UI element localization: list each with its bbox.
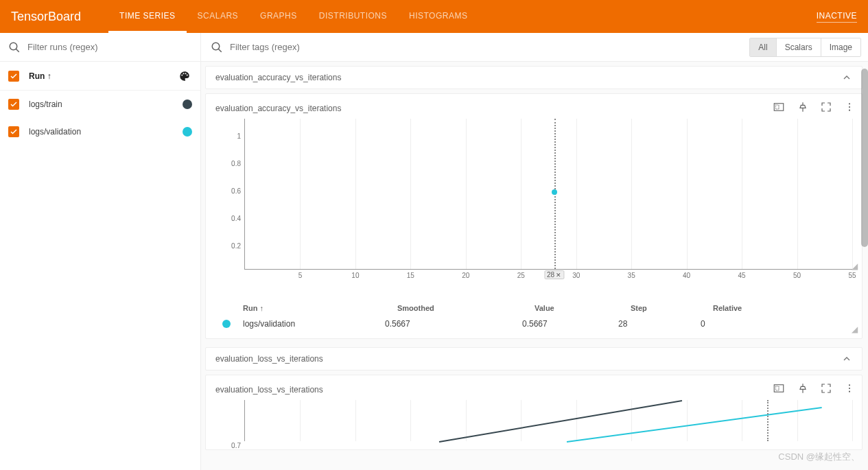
- svg-point-3: [183, 73, 185, 74]
- svg-point-15: [849, 384, 850, 386]
- filter-tags-input[interactable]: [230, 42, 749, 52]
- tab-scalars[interactable]: SCALARS: [187, 0, 250, 33]
- chart-line: [567, 407, 822, 443]
- fullscreen-icon[interactable]: [773, 382, 785, 395]
- run-sort-header[interactable]: Run ↑: [25, 71, 178, 81]
- legend-value: 0.5667: [522, 319, 618, 329]
- legend-smoothed: 0.5667: [385, 319, 522, 329]
- svg-point-11: [849, 106, 850, 108]
- section-header-loss[interactable]: evaluation_loss_vs_iterations: [205, 347, 863, 371]
- cursor-badge[interactable]: 28 ✕: [544, 270, 564, 279]
- x-tick-label: 30: [572, 272, 580, 279]
- y-tick-label: 0.8: [231, 160, 241, 167]
- chevron-up-icon: [841, 353, 852, 364]
- filter-runs-input[interactable]: [27, 42, 192, 52]
- legend-row[interactable]: logs/validation 0.5667 0.5667 28 0: [215, 316, 852, 331]
- legend-run-name: logs/validation: [243, 319, 385, 329]
- run-color-dot[interactable]: [183, 99, 192, 109]
- resize-handle-icon[interactable]: ◢: [852, 325, 858, 334]
- tab-time-series[interactable]: TIME SERIES: [108, 0, 187, 33]
- app-logo: TensorBoard: [11, 10, 81, 24]
- resize-handle-icon[interactable]: ◢: [852, 261, 858, 271]
- legend-step: 28: [618, 319, 701, 329]
- tab-distributions[interactable]: DISTRIBUTIONS: [308, 0, 398, 33]
- chart-line: [439, 400, 682, 443]
- x-tick-label: 35: [628, 272, 635, 279]
- section-title: evaluation_loss_vs_iterations: [215, 354, 323, 364]
- search-icon: [8, 41, 21, 54]
- fit-icon[interactable]: [821, 383, 832, 394]
- x-tick-label: 10: [351, 272, 359, 279]
- svg-point-17: [849, 391, 850, 392]
- legend-color-dot: [222, 320, 231, 328]
- search-icon: [211, 41, 223, 54]
- run-checkbox[interactable]: [8, 99, 19, 110]
- svg-rect-14: [776, 386, 779, 390]
- svg-point-0: [10, 43, 17, 50]
- svg-point-5: [187, 74, 188, 75]
- chevron-up-icon: [841, 72, 852, 83]
- run-row-train[interactable]: logs/train: [0, 91, 200, 118]
- section-header-accuracy[interactable]: evaluation_accuracy_vs_iterations: [205, 66, 863, 89]
- app-header: TensorBoard TIME SERIES SCALARS GRAPHS D…: [0, 0, 868, 33]
- y-tick-label: 0.4: [231, 215, 241, 222]
- select-all-checkbox[interactable]: [8, 71, 19, 82]
- nav-tabs: TIME SERIES SCALARS GRAPHS DISTRIBUTIONS…: [108, 0, 478, 33]
- svg-point-2: [181, 74, 183, 75]
- cards-scroll[interactable]: evaluation_accuracy_vs_iterations evalua…: [201, 62, 868, 470]
- legend-col-value[interactable]: Value: [535, 304, 631, 312]
- pill-scalars[interactable]: Scalars: [776, 38, 821, 56]
- main-panel: All Scalars Image evaluation_accuracy_vs…: [201, 33, 868, 470]
- x-tick-label: 45: [738, 272, 746, 279]
- scrollbar[interactable]: [861, 69, 868, 247]
- run-name: logs/train: [25, 99, 183, 109]
- chart-area[interactable]: 0.7: [244, 400, 852, 441]
- chart-legend: Run ↑ Smoothed Value Step Relative logs/…: [215, 301, 852, 331]
- fullscreen-icon[interactable]: [773, 101, 785, 113]
- svg-point-12: [849, 110, 850, 111]
- y-tick-label: 0.2: [231, 242, 241, 250]
- x-tick-label: 15: [407, 272, 414, 279]
- y-tick-label: 0.7: [231, 442, 241, 449]
- section-title: evaluation_accuracy_vs_iterations: [215, 73, 341, 82]
- tab-histograms[interactable]: HISTOGRAMS: [398, 0, 478, 33]
- runs-sidebar: Run ↑ logs/train logs/validation: [0, 33, 201, 470]
- legend-col-step[interactable]: Step: [631, 304, 713, 312]
- x-tick-label: 40: [683, 272, 690, 279]
- run-name: logs/validation: [25, 127, 183, 137]
- tab-graphs[interactable]: GRAPHS: [249, 0, 308, 33]
- chart-title: evaluation_accuracy_vs_iterations: [215, 104, 852, 113]
- legend-col-run[interactable]: Run ↑: [243, 304, 397, 312]
- legend-relative: 0: [701, 319, 755, 329]
- svg-point-6: [212, 43, 220, 50]
- x-tick-label: 55: [848, 272, 856, 279]
- pin-icon[interactable]: [797, 383, 808, 394]
- status-indicator[interactable]: INACTIVE: [817, 11, 857, 23]
- chart-area[interactable]: 5101520253035404550550.20.40.60.8128 ✕: [244, 119, 852, 270]
- chart-cursor[interactable]: [767, 400, 769, 441]
- more-icon[interactable]: [844, 102, 855, 113]
- svg-rect-9: [776, 105, 779, 109]
- run-color-dot[interactable]: [183, 127, 192, 137]
- chart-card-accuracy: evaluation_accuracy_vs_iterations 510152…: [205, 93, 863, 339]
- more-icon[interactable]: [844, 383, 855, 394]
- palette-icon[interactable]: [178, 70, 192, 82]
- legend-col-relative[interactable]: Relative: [713, 304, 768, 312]
- svg-point-4: [185, 73, 187, 74]
- y-tick-label: 0.6: [231, 187, 241, 195]
- svg-point-10: [849, 103, 850, 104]
- run-checkbox[interactable]: [8, 126, 19, 137]
- run-row-validation[interactable]: logs/validation: [0, 118, 200, 145]
- svg-point-16: [849, 388, 850, 389]
- y-tick-label: 1: [237, 132, 241, 140]
- pin-icon[interactable]: [797, 102, 808, 113]
- legend-col-smoothed[interactable]: Smoothed: [397, 304, 535, 312]
- x-tick-label: 25: [517, 272, 525, 279]
- x-tick-label: 20: [462, 272, 469, 279]
- data-point[interactable]: [552, 189, 557, 195]
- chart-card-loss: evaluation_loss_vs_iterations 0.7: [205, 375, 863, 450]
- svg-line-1: [16, 49, 19, 52]
- fit-icon[interactable]: [821, 102, 832, 113]
- pill-image[interactable]: Image: [821, 38, 860, 56]
- pill-all[interactable]: All: [750, 38, 775, 56]
